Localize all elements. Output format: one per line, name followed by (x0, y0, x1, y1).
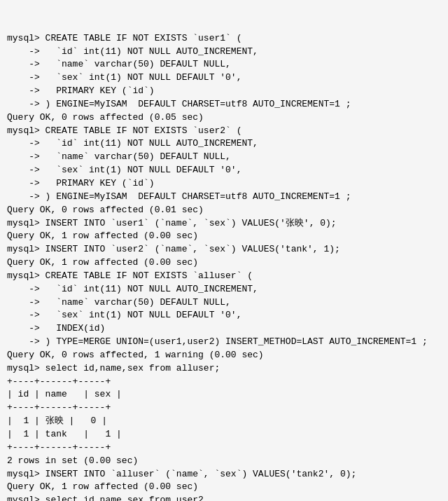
terminal-line: -> ) TYPE=MERGE UNION=(user1,user2) INSE… (7, 336, 441, 349)
terminal-line: -> `id` int(11) NOT NULL AUTO_INCREMENT, (7, 283, 441, 296)
terminal-line: | id | name | sex | (7, 388, 441, 402)
terminal-line: mysql> select id,name,sex from user2 (7, 494, 441, 501)
terminal-line: +----+------+-----+ (7, 441, 441, 455)
terminal-line: mysql> INSERT INTO `user1` (`name`, `sex… (7, 217, 441, 231)
terminal-line: -> ) ENGINE=MyISAM DEFAULT CHARSET=utf8 … (7, 98, 441, 111)
terminal-line: -> `sex` int(1) NOT NULL DEFAULT '0', (7, 164, 441, 177)
terminal-line: mysql> select id,name,sex from alluser; (7, 362, 441, 376)
terminal-line: mysql> CREATE TABLE IF NOT EXISTS `allus… (7, 270, 441, 283)
terminal-line: | 1 | tank | 1 | (7, 428, 441, 441)
terminal-line: mysql> INSERT INTO `alluser` (`name`, `s… (7, 468, 441, 481)
terminal-line: mysql> CREATE TABLE IF NOT EXISTS `user2… (7, 125, 441, 138)
terminal-line: | 1 | 张映 | 0 | (7, 415, 441, 428)
terminal-line: -> ) ENGINE=MyISAM DEFAULT CHARSET=utf8 … (7, 191, 441, 204)
terminal-content: mysql> CREATE TABLE IF NOT EXISTS `user1… (7, 32, 441, 501)
terminal-line: +----+------+-----+ (7, 376, 441, 389)
terminal-line: mysql> INSERT INTO `user2` (`name`, `sex… (7, 243, 441, 256)
terminal-line: 2 rows in set (0.00 sec) (7, 455, 441, 468)
terminal-line: Query OK, 1 row affected (0.00 sec) (7, 230, 441, 243)
terminal-line: -> `id` int(11) NOT NULL AUTO_INCREMENT, (7, 46, 441, 59)
terminal-line: Query OK, 0 rows affected, 1 warning (0.… (7, 349, 441, 362)
terminal-line: Query OK, 1 row affected (0.00 sec) (7, 481, 441, 494)
terminal-window: mysql> CREATE TABLE IF NOT EXISTS `user1… (0, 0, 448, 501)
terminal-line: -> PRIMARY KEY (`id`) (7, 85, 441, 98)
terminal-line: -> `name` varchar(50) DEFAULT NULL, (7, 58, 441, 71)
terminal-line: -> `sex` int(1) NOT NULL DEFAULT '0', (7, 309, 441, 322)
terminal-line: -> `name` varchar(50) DEFAULT NULL, (7, 296, 441, 310)
terminal-line: Query OK, 0 rows affected (0.01 sec) (7, 204, 441, 217)
terminal-line: +----+------+-----+ (7, 402, 441, 415)
terminal-line: -> `sex` int(1) NOT NULL DEFAULT '0', (7, 71, 441, 85)
terminal-line: -> INDEX(id) (7, 322, 441, 336)
terminal-line: Query OK, 1 row affected (0.00 sec) (7, 256, 441, 270)
terminal-line: -> `id` int(11) NOT NULL AUTO_INCREMENT, (7, 137, 441, 151)
terminal-line: Query OK, 0 rows affected (0.05 sec) (7, 111, 441, 125)
terminal-line: -> `name` varchar(50) DEFAULT NULL, (7, 151, 441, 164)
terminal-line: mysql> CREATE TABLE IF NOT EXISTS `user1… (7, 32, 441, 46)
terminal-line: -> PRIMARY KEY (`id`) (7, 177, 441, 191)
